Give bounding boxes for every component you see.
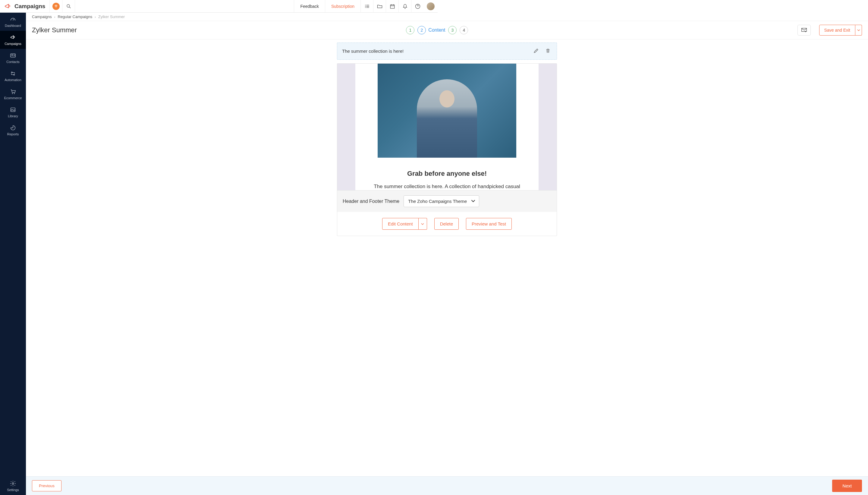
- svg-line-1: [69, 7, 71, 8]
- help-icon-button[interactable]: [411, 0, 424, 13]
- edit-content-split: Edit Content: [382, 218, 427, 230]
- add-button[interactable]: +: [50, 0, 63, 13]
- step-indicator: 1 2Content 3 4: [406, 26, 438, 34]
- list-icon-button[interactable]: [361, 0, 373, 13]
- top-header: Campaigns + Feedback Subscription: [0, 0, 438, 13]
- cart-icon: [10, 88, 16, 95]
- gauge-icon: [10, 16, 16, 23]
- edit-content-button[interactable]: Edit Content: [382, 218, 419, 230]
- svg-rect-5: [11, 54, 16, 57]
- folder-icon: [377, 3, 383, 9]
- svg-line-4: [13, 19, 14, 20]
- sidebar-item-dashboard[interactable]: Dashboard: [0, 13, 26, 31]
- logo[interactable]: Campaigns: [0, 0, 50, 12]
- sidebar-item-reports[interactable]: Reports: [0, 121, 26, 139]
- email-preview-body: Grab before anyone else! The summer coll…: [337, 64, 438, 190]
- content-area: The summer collection is here! Grab befo…: [26, 39, 438, 250]
- bell-icon-button[interactable]: [398, 0, 411, 13]
- svg-rect-11: [11, 108, 15, 112]
- sidebar-item-contacts[interactable]: Contacts: [0, 49, 26, 67]
- breadcrumb-root[interactable]: Campaigns: [32, 15, 52, 19]
- calendar-icon-button[interactable]: [386, 0, 398, 13]
- content-action-row: Edit Content Delete Preview and Test: [337, 212, 438, 236]
- subscription-link[interactable]: Subscription: [325, 0, 361, 12]
- sidebar-item-label: Automation: [4, 78, 21, 82]
- sidebar-item-ecommerce[interactable]: Ecommerce: [0, 85, 26, 103]
- sidebar: Dashboard Campaigns Contacts Automation …: [0, 13, 26, 250]
- search-button[interactable]: [63, 0, 75, 13]
- sidebar-item-library[interactable]: Library: [0, 103, 26, 121]
- theme-select[interactable]: The Zoho Campaigns Theme: [403, 195, 438, 207]
- breadcrumb-mid[interactable]: Regular Campaigns: [57, 15, 92, 19]
- chevron-right-icon: ›: [94, 15, 96, 19]
- email-subtext: The summer collection is here. A collect…: [355, 184, 438, 190]
- left-gutter: [337, 64, 355, 190]
- search-icon: [66, 4, 71, 9]
- svg-rect-2: [390, 5, 394, 8]
- sidebar-item-label: Ecommerce: [4, 96, 22, 100]
- sidebar-item-label: Dashboard: [5, 24, 21, 28]
- subject-row: The summer collection is here!: [337, 42, 438, 60]
- sidebar-item-campaigns[interactable]: Campaigns: [0, 31, 26, 49]
- edit-content-dropdown[interactable]: [419, 218, 427, 230]
- svg-point-6: [12, 54, 13, 56]
- step-2[interactable]: 2Content: [417, 26, 438, 34]
- title-row: Zylker Summer 1 2Content 3 4 Save and Ex…: [26, 21, 438, 39]
- sidebar-item-label: Campaigns: [4, 42, 21, 46]
- main: Campaigns › Regular Campaigns › Zylker S…: [26, 13, 438, 250]
- breadcrumb-current: Zylker Summer: [98, 15, 125, 19]
- svg-point-10: [14, 93, 15, 94]
- plus-icon: +: [52, 3, 60, 10]
- breadcrumb: Campaigns › Regular Campaigns › Zylker S…: [26, 13, 438, 21]
- email-preview-frame: Grab before anyone else! The summer coll…: [337, 63, 438, 236]
- editor-column: The summer collection is here! Grab befo…: [337, 42, 438, 236]
- megaphone-icon: [4, 3, 12, 10]
- pie-icon: [10, 124, 16, 131]
- subject-text: The summer collection is here!: [342, 49, 438, 54]
- theme-selected-value: The Zoho Campaigns Theme: [408, 199, 438, 204]
- email-headline: Grab before anyone else!: [355, 170, 438, 177]
- megaphone-icon: [10, 34, 16, 41]
- help-icon: [415, 3, 421, 9]
- calendar-icon: [389, 3, 395, 9]
- list-icon: [364, 3, 370, 9]
- caret-down-icon: [421, 222, 424, 225]
- bell-icon: [402, 3, 408, 9]
- step-label: Content: [428, 28, 438, 33]
- id-card-icon: [10, 52, 16, 59]
- sidebar-item-automation[interactable]: Automation: [0, 67, 26, 85]
- delete-button[interactable]: Delete: [434, 218, 438, 230]
- avatar[interactable]: [427, 2, 435, 10]
- theme-label: Header and Footer Theme: [343, 199, 399, 204]
- sidebar-item-label: Reports: [7, 132, 19, 136]
- theme-row: Header and Footer Theme The Zoho Campaig…: [337, 190, 438, 212]
- page-title: Zylker Summer: [32, 26, 77, 34]
- app-name: Campaigns: [15, 3, 45, 10]
- svg-point-8: [14, 74, 15, 75]
- feedback-link[interactable]: Feedback: [294, 0, 325, 12]
- sidebar-item-label: Contacts: [6, 60, 19, 64]
- svg-point-0: [67, 4, 70, 7]
- hero-image: [378, 64, 438, 158]
- svg-point-7: [12, 72, 13, 73]
- folder-icon-button[interactable]: [373, 0, 386, 13]
- image-icon: [10, 106, 16, 113]
- step-1[interactable]: 1: [406, 26, 414, 34]
- chevron-right-icon: ›: [54, 15, 55, 19]
- sidebar-item-label: Library: [8, 114, 18, 118]
- email-content: Grab before anyone else! The summer coll…: [355, 64, 438, 190]
- automation-icon: [10, 70, 16, 77]
- svg-point-9: [12, 93, 13, 94]
